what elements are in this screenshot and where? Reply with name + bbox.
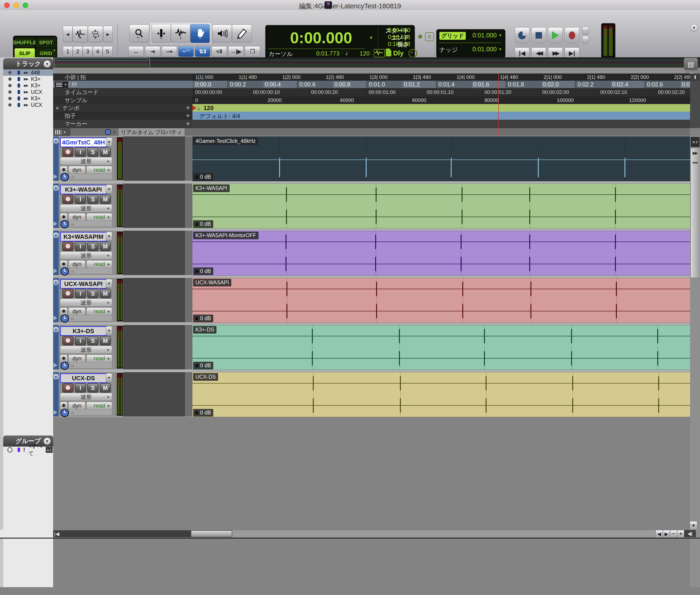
track-elastic-button[interactable]: ✱ (60, 166, 67, 174)
track-input-button[interactable]: I (75, 289, 86, 298)
zoom-handle-icon[interactable] (693, 162, 698, 164)
track-automation-mode[interactable]: read▼ (86, 260, 112, 268)
track-fader-strip[interactable] (69, 268, 112, 274)
track-automation-mode[interactable]: read▼ (86, 166, 112, 174)
track-name-menu[interactable]: ▼ (106, 373, 112, 382)
track-elastic-button[interactable]: ✱ (60, 355, 67, 363)
hscroll-right-track[interactable] (232, 530, 661, 537)
track-expand-icon[interactable] (54, 268, 57, 273)
track-solo-button[interactable]: S (87, 383, 98, 393)
audio-clip-4GmrTstC_48H[interactable]: 4Gamer-TestClick_48kHz0 dB (192, 136, 690, 181)
track-collapse-icon[interactable]: ▼ (53, 138, 59, 144)
scroll-to-start-icon[interactable]: |◀ (54, 531, 59, 537)
track-collapse-icon[interactable]: ▼ (53, 232, 59, 238)
volume-value[interactable]: 0 dB (200, 174, 211, 180)
meter-event[interactable]: デフォルト: 4/4 (200, 112, 240, 120)
clip-volume-label[interactable]: 0 dB (193, 315, 213, 322)
zoom-in-vertical-button[interactable]: + (690, 521, 697, 530)
track-record-button[interactable] (62, 242, 73, 251)
track-height-icon[interactable]: ▶▶ (693, 150, 697, 155)
vertical-scrollbar-thumb[interactable]: ▶▶ (691, 148, 700, 278)
audio-clip-K3+WASAPIM[interactable]: K3+-WASAPI-MontorOFF0 dB (192, 231, 690, 276)
track-name-menu[interactable]: ▼ (106, 185, 112, 194)
ruler-label-bars[interactable]: 小節 | 拍 (53, 74, 192, 81)
audio-clip-K3+-DS[interactable]: K3+-DS0 dB (192, 325, 690, 370)
audio-clip-K3+-WASAPI[interactable]: K3+-WASAPI0 dB (192, 183, 690, 228)
realtime-properties-cell[interactable] (123, 278, 185, 322)
track-select-strip[interactable]: ▼ (53, 183, 59, 228)
track-automation-mode[interactable]: read▼ (86, 402, 112, 409)
track-automation-mode[interactable]: read▼ (86, 355, 112, 363)
playhead-cursor[interactable] (498, 74, 499, 136)
track-expand-icon[interactable] (54, 222, 57, 226)
ruler-timecode[interactable]: 00:00:00:0000:00:00:1000:00:00:2000:00:0… (192, 88, 690, 96)
track-collapse-icon[interactable]: ▼ (53, 373, 59, 380)
audio-clip-UCX-WASAPI[interactable]: UCX-WASAPI0 dB (192, 278, 690, 323)
track-record-button[interactable] (62, 289, 73, 298)
track-timebase-clock[interactable] (61, 362, 69, 370)
volume-value[interactable]: 0 dB (200, 221, 211, 227)
timebase-selector[interactable]: ▼ (104, 129, 117, 136)
track-name[interactable]: 4GmrTstC_48H (60, 138, 107, 147)
track-dyn-button[interactable]: dyn (68, 307, 86, 315)
add-tempo-icon[interactable]: + (186, 104, 190, 111)
volume-value[interactable]: 0 dB (200, 409, 211, 416)
realtime-properties-cell[interactable] (123, 231, 185, 275)
overview-visible-box[interactable] (54, 58, 150, 68)
track-name-menu[interactable]: ▼ (106, 279, 112, 288)
ruler-label-samples[interactable]: サンプル (53, 96, 192, 104)
track-dyn-button[interactable]: dyn (68, 355, 86, 363)
track-view-selector[interactable]: 波形▼ (60, 346, 112, 354)
track-name[interactable]: UCX-DS (60, 373, 107, 383)
ruler-label-tempo[interactable]: ▶テンポ+ (53, 104, 192, 112)
track-fader-strip[interactable] (69, 409, 112, 416)
volume-value[interactable]: 0 dB (200, 315, 211, 321)
track-dyn-button[interactable]: dyn (68, 213, 86, 221)
track-record-button[interactable] (62, 147, 73, 157)
track-timebase-clock[interactable] (61, 220, 69, 228)
audio-clip-UCX-DS[interactable]: UCX-DS0 dB (192, 372, 690, 417)
track-mute-button[interactable]: M (100, 336, 111, 345)
realtime-properties-cell[interactable] (123, 325, 185, 369)
ruler-minsec[interactable]: 0:00.00:00.20:00.40:00.60:00.80:01.00:01… (192, 81, 690, 88)
ruler-label-minsec[interactable]: 分:秒 (53, 81, 192, 88)
track-solo-button[interactable]: S (87, 289, 98, 298)
track-name[interactable]: K3+-WASAPI (60, 185, 107, 194)
ruler-markers[interactable] (192, 120, 690, 128)
track-fader-strip[interactable] (69, 173, 112, 180)
hscroll-left-track[interactable]: |◀ (53, 530, 232, 537)
add-markers-icon[interactable]: + (186, 120, 190, 128)
tempo-event[interactable]: ♩120 (197, 105, 213, 112)
session-overview-strip[interactable] (53, 57, 700, 67)
track-record-button[interactable] (62, 383, 73, 393)
track-expand-icon[interactable] (54, 410, 57, 415)
track-mute-button[interactable]: M (100, 383, 111, 393)
track-solo-button[interactable]: S (87, 336, 98, 345)
track-mute-button[interactable]: M (100, 242, 111, 251)
track-name[interactable]: UCX-WASAPI (60, 279, 107, 289)
track-elastic-button[interactable]: ✱ (60, 260, 67, 268)
track-expand-icon[interactable] (54, 316, 57, 320)
track-list-view-button[interactable]: ▤ (684, 58, 698, 70)
ruler-view-selector-icon[interactable]: ▼ (55, 81, 68, 88)
realtime-properties-cell[interactable] (123, 136, 185, 181)
zoom-out-horizontal-button[interactable]: − (670, 530, 677, 538)
ruler-samples[interactable]: 020000400006000080000100000120000 (192, 96, 690, 104)
track-input-button[interactable]: I (75, 383, 86, 393)
volume-value[interactable]: 0 dB (200, 363, 211, 369)
clip-volume-label[interactable]: 0 dB (193, 173, 213, 181)
track-automation-mode[interactable]: read▼ (86, 213, 112, 221)
track-solo-button[interactable]: S (87, 147, 98, 157)
realtime-properties-header[interactable]: リアルタイム プロパティ (118, 128, 185, 136)
horizontal-scrollbar-thumb[interactable] (191, 531, 232, 537)
track-mute-button[interactable]: M (100, 147, 111, 157)
ruler-label-markers[interactable]: マーカー+ (53, 120, 192, 128)
track-solo-button[interactable]: S (87, 242, 98, 251)
ruler-bars[interactable]: 1|1| 0001|1| 4801|2| 0001|2| 4801|3| 000… (192, 74, 690, 81)
marker-return-icon[interactable]: ⬆ (691, 74, 700, 81)
add-meter-icon[interactable]: + (186, 112, 190, 119)
sort-az-icon[interactable]: a z (691, 137, 700, 147)
tempo-marker-icon[interactable] (192, 106, 196, 111)
track-collapse-icon[interactable]: ▼ (53, 185, 59, 191)
track-name[interactable]: K3+WASAPIM (60, 232, 107, 242)
